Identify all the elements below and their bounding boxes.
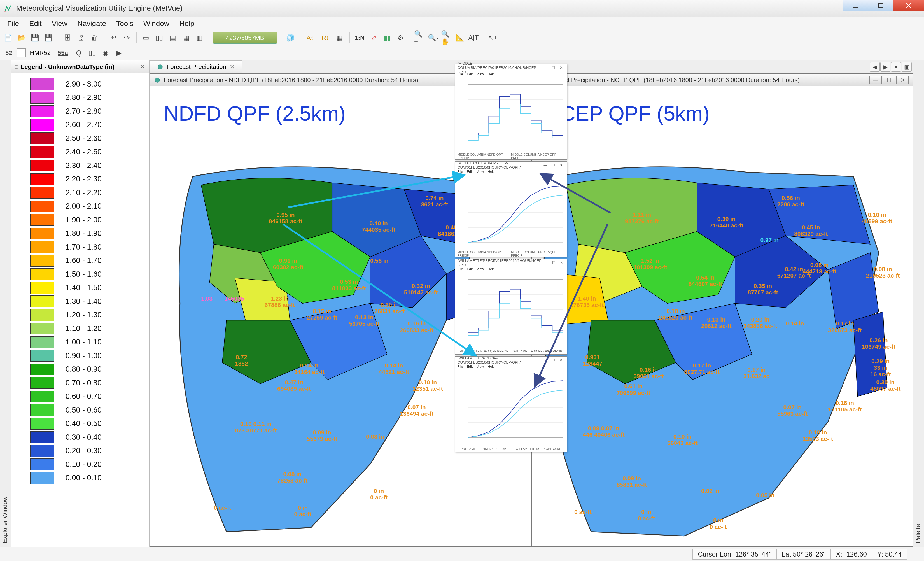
- mini-titlebar[interactable]: /WILLAMETTE/PRECIP-CUM/01FEB2016/6HOUR/N…: [455, 357, 567, 364]
- legend-row[interactable]: 2.80 - 2.90: [30, 91, 147, 105]
- menu-help[interactable]: Help: [174, 17, 199, 30]
- layout-d-icon[interactable]: ▦: [180, 32, 192, 44]
- mini-close-icon[interactable]: ✕: [558, 358, 564, 362]
- legend-header[interactable]: Legend - UnknownDataType (in) ✕: [10, 60, 149, 74]
- open-icon[interactable]: 📂: [16, 32, 27, 44]
- mini-chart-window[interactable]: /WILLAMETTE/PRECIP/01FEB2016/6HOUR/NCEP-…: [455, 259, 567, 355]
- mini-menu-item[interactable]: File: [458, 170, 463, 174]
- delete-icon[interactable]: 🗑: [88, 32, 100, 44]
- mini-chart-window[interactable]: /MIDDLE COLUMBIA/PRECIP/01FEB2016/6HOUR/…: [455, 64, 567, 160]
- legend-row[interactable]: 1.40 - 1.50: [30, 281, 147, 295]
- legend-row[interactable]: 0.80 - 0.90: [30, 363, 147, 376]
- legend-row[interactable]: 1.90 - 2.00: [30, 213, 147, 227]
- legend-row[interactable]: 0.90 - 1.00: [30, 349, 147, 363]
- legend-row[interactable]: 1.50 - 1.60: [30, 267, 147, 281]
- mini-max-icon[interactable]: ☐: [550, 163, 556, 167]
- legend-row[interactable]: 2.20 - 2.30: [30, 172, 147, 186]
- mini-close-icon[interactable]: ✕: [558, 163, 564, 167]
- mini-titlebar[interactable]: /WILLAMETTE/PRECIP/01FEB2016/6HOUR/NCEP-…: [455, 259, 567, 266]
- tab-forecast-precip[interactable]: Forecast Precipitation ✕: [150, 60, 242, 73]
- menu-navigate[interactable]: Navigate: [72, 17, 111, 30]
- mini-menu-item[interactable]: View: [477, 267, 484, 271]
- window-maximize-button[interactable]: [868, 0, 893, 11]
- mini-chart-area[interactable]: [455, 77, 567, 153]
- palette-tab[interactable]: Palette: [914, 60, 924, 547]
- print-icon[interactable]: 🖨: [75, 32, 87, 44]
- menu-tools[interactable]: Tools: [111, 17, 138, 30]
- mini-menu-item[interactable]: View: [477, 364, 484, 369]
- legend-row[interactable]: 1.70 - 1.80: [30, 240, 147, 254]
- brush-icon[interactable]: ▦: [334, 32, 346, 44]
- mini-max-icon[interactable]: ☐: [550, 261, 557, 265]
- cursor-plus-icon[interactable]: ↖+: [487, 32, 498, 44]
- legend-row[interactable]: 0.00 - 0.10: [30, 471, 147, 485]
- undo-icon[interactable]: ↶: [108, 32, 119, 44]
- window-close-button[interactable]: [893, 0, 924, 11]
- layout-a-icon[interactable]: ▭: [140, 32, 152, 44]
- legend-close-icon[interactable]: ✕: [140, 63, 146, 71]
- num-52[interactable]: 52: [2, 47, 15, 59]
- mini-menu-item[interactable]: File: [458, 267, 463, 271]
- legend-row[interactable]: 1.10 - 1.20: [30, 322, 147, 336]
- legend-row[interactable]: 2.50 - 2.60: [30, 132, 147, 146]
- cube-icon[interactable]: 🧊: [285, 32, 296, 44]
- text-at-icon[interactable]: A|T: [468, 32, 479, 44]
- map-titlebar-right[interactable]: Forecast Precipitation - NCEP QPF (18Feb…: [532, 74, 912, 86]
- mini-menu-item[interactable]: View: [477, 170, 484, 174]
- zoomout-icon[interactable]: 🔍-: [427, 32, 439, 44]
- legend-row[interactable]: 2.10 - 2.20: [30, 186, 147, 200]
- layout-e-icon[interactable]: ▥: [194, 32, 206, 44]
- zoom-r-icon[interactable]: R↕: [319, 32, 332, 44]
- mini-menu-item[interactable]: Help: [488, 72, 495, 76]
- legend-row[interactable]: 0.40 - 0.50: [30, 417, 147, 431]
- layout-b-icon[interactable]: ▯▯: [153, 32, 165, 44]
- legend-row[interactable]: 2.40 - 2.50: [30, 146, 147, 159]
- mini-chart-area[interactable]: [455, 272, 567, 348]
- memory-badge[interactable]: 4237/5057MB: [213, 32, 277, 44]
- legend-row[interactable]: 1.20 - 1.30: [30, 308, 147, 322]
- mini-menu-item[interactable]: File: [458, 72, 463, 76]
- legend-row[interactable]: 1.30 - 1.40: [30, 295, 147, 308]
- legend-row[interactable]: 1.80 - 1.90: [30, 227, 147, 241]
- menu-window[interactable]: Window: [138, 17, 174, 30]
- gear-icon[interactable]: ⚙: [395, 32, 406, 44]
- menu-file[interactable]: File: [2, 17, 24, 30]
- mini-titlebar[interactable]: /MIDDLE COLUMBIA/PRECIP-CUM/01FEB2016/6H…: [455, 162, 567, 169]
- tab-next-icon[interactable]: ▶: [880, 62, 890, 72]
- checkbox-hmr[interactable]: [17, 48, 26, 57]
- mini-titlebar[interactable]: /MIDDLE COLUMBIA/PRECIP/01FEB2016/6HOUR/…: [455, 64, 567, 71]
- mini-menu-item[interactable]: File: [458, 364, 463, 369]
- mini-menu-item[interactable]: Edit: [467, 170, 472, 174]
- saveall-icon[interactable]: 🗄: [62, 32, 74, 44]
- mini-menu-item[interactable]: Help: [488, 364, 495, 369]
- mini-min-icon[interactable]: —: [542, 358, 549, 362]
- mini-menu-item[interactable]: Help: [488, 170, 495, 174]
- new-icon[interactable]: 📄: [2, 32, 14, 44]
- legend-row[interactable]: 2.70 - 2.80: [30, 105, 147, 118]
- mini-menu-item[interactable]: Edit: [467, 72, 472, 76]
- arrows-icon[interactable]: ⇗: [368, 32, 380, 44]
- mini-max-icon[interactable]: ☐: [550, 66, 556, 70]
- mini-min-icon[interactable]: —: [542, 163, 549, 167]
- play-icon[interactable]: ▶: [113, 47, 125, 59]
- explorer-tab[interactable]: Explorer Window: [0, 60, 10, 547]
- mini-menu-item[interactable]: Edit: [467, 364, 472, 369]
- zoom-a-icon[interactable]: A↕: [303, 32, 317, 44]
- layout-c-icon[interactable]: ▤: [167, 32, 178, 44]
- save-icon[interactable]: 💾: [29, 32, 41, 44]
- bars-icon[interactable]: ▮▮: [381, 32, 393, 44]
- mini-close-icon[interactable]: ✕: [558, 261, 565, 265]
- menu-edit[interactable]: Edit: [24, 17, 47, 30]
- mini-chart-window[interactable]: /WILLAMETTE/PRECIP-CUM/01FEB2016/6HOUR/N…: [455, 356, 567, 452]
- legend-row[interactable]: 0.10 - 0.20: [30, 458, 147, 471]
- tab-close-icon[interactable]: ✕: [230, 63, 235, 70]
- legend-row[interactable]: 2.90 - 3.00: [30, 77, 147, 91]
- measure-icon[interactable]: 📐: [454, 32, 466, 44]
- mini-chart-area[interactable]: [455, 369, 567, 445]
- map-max-icon[interactable]: ☐: [883, 76, 895, 84]
- tab-menu-icon[interactable]: ▾: [891, 62, 901, 72]
- window-minimize-button[interactable]: [843, 0, 868, 11]
- legend-row[interactable]: 0.60 - 0.70: [30, 390, 147, 404]
- legend-row[interactable]: 2.30 - 2.40: [30, 159, 147, 172]
- legend-row[interactable]: 2.00 - 2.10: [30, 200, 147, 213]
